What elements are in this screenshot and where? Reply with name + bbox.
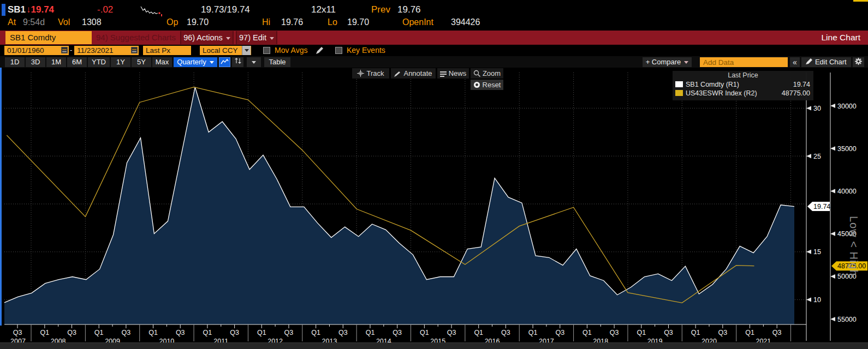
panel-left-edge [0, 68, 2, 326]
actions-menu-button[interactable]: 96) Actions [180, 31, 234, 44]
prev-label: Prev [371, 4, 390, 15]
chart-settings-bar: 01/01/1960 - 11/23/2021 Last Px Local CC… [0, 45, 868, 56]
hi-value: 19.76 [281, 17, 303, 27]
range-3d[interactable]: 3D [26, 57, 45, 67]
chevron-down-icon [252, 61, 256, 64]
range-ytd[interactable]: YTD [88, 57, 110, 67]
svg-text:Q3: Q3 [176, 329, 185, 336]
hi-label: Hi [262, 17, 270, 27]
annotate-button[interactable]: Annotate [391, 68, 436, 79]
svg-text:30: 30 [813, 105, 821, 112]
svg-text:2013: 2013 [322, 338, 337, 342]
svg-text:Q3: Q3 [122, 329, 131, 336]
collapse-panel-button[interactable]: « [790, 57, 800, 67]
table-button[interactable]: Table [264, 57, 290, 67]
edit-menu-button[interactable]: 97) Edit [236, 31, 277, 44]
key-events-checkbox[interactable] [335, 47, 342, 54]
range-1m[interactable]: 1M [46, 57, 66, 67]
svg-text:Q1: Q1 [691, 329, 700, 336]
lo-label: Lo [328, 17, 337, 27]
edit-chart-button[interactable]: Edit Chart [801, 57, 851, 67]
svg-text:Q3: Q3 [555, 329, 564, 336]
sort-arrows-icon [234, 57, 242, 64]
pencil-icon[interactable] [316, 47, 324, 55]
svg-text:Q3: Q3 [13, 329, 22, 336]
svg-text:2008: 2008 [51, 338, 66, 342]
range-1y[interactable]: 1Y [111, 57, 130, 67]
svg-text:Q3: Q3 [610, 329, 619, 336]
svg-text:Q1: Q1 [474, 329, 483, 336]
svg-text:2016: 2016 [485, 338, 500, 342]
svg-text:Q1: Q1 [311, 329, 320, 336]
function-bar: SB1 Comdty 94) Suggested Charts 96) Acti… [0, 31, 868, 45]
price-chart[interactable]: Q32007Q1Q32008Q1Q32009Q1Q32010Q1Q32011Q1… [0, 68, 868, 342]
last-price-down: ↓19.74 [26, 4, 54, 15]
panel-indicator [2, 4, 5, 16]
svg-text:40000: 40000 [837, 188, 857, 195]
calendar-icon[interactable] [61, 47, 68, 53]
news-button[interactable]: News [437, 68, 469, 79]
svg-text:Q3: Q3 [772, 329, 782, 336]
series-swatch [675, 90, 683, 96]
svg-text:2020: 2020 [701, 338, 717, 342]
chevron-down-icon [684, 61, 688, 64]
svg-text:19.74: 19.74 [813, 203, 830, 210]
range-bar: 1D 3D 1M 6M YTD 1Y 5Y Max Quarterly Tabl… [0, 56, 868, 68]
quote-bar: SB1 ↓19.74 -.02 19.73/19.74 12x11 Prev 1… [0, 0, 868, 31]
chart-area[interactable]: Q32007Q1Q32008Q1Q32009Q1Q32010Q1Q32011Q1… [0, 68, 868, 342]
price-field-selector[interactable]: Last Px [143, 46, 191, 55]
news-lines-icon [440, 71, 447, 77]
series-value: 19.74 [793, 80, 810, 89]
svg-text:2012: 2012 [267, 338, 283, 342]
svg-text:55000: 55000 [837, 316, 857, 323]
date-from-field[interactable]: 01/01/1960 [4, 46, 69, 55]
lot-size: 12x11 [311, 4, 336, 15]
ticker: SB1 [8, 4, 26, 15]
at-label: At [8, 17, 16, 27]
axis-sort-button[interactable] [232, 57, 243, 67]
vol-label: Vol [58, 17, 70, 27]
more-options-button[interactable] [247, 57, 261, 67]
svg-text:Q3: Q3 [718, 329, 727, 336]
line-chart-type-button[interactable] [219, 57, 230, 67]
line-chart-icon [221, 58, 229, 65]
legend-row-us43eswr[interactable]: US43ESWR Index (R2) 48775.00 [673, 89, 813, 98]
chart-settings-button[interactable] [853, 57, 864, 67]
svg-text:Q1: Q1 [203, 329, 212, 336]
add-data-input[interactable] [700, 57, 788, 67]
svg-text:Q3: Q3 [67, 329, 76, 336]
range-5y[interactable]: 5Y [132, 57, 151, 67]
svg-text:2007: 2007 [10, 338, 26, 342]
currency-selector[interactable]: Local CCY [200, 46, 251, 55]
svg-text:Q1: Q1 [148, 329, 158, 336]
range-max[interactable]: Max [152, 57, 172, 67]
security-field[interactable]: SB1 Comdty [5, 31, 92, 44]
chevron-down-icon [210, 61, 214, 64]
gear-icon [854, 57, 863, 65]
pencil-icon [806, 58, 813, 64]
chevron-down-icon[interactable] [242, 46, 251, 55]
legend-title: Last Price [673, 71, 813, 80]
svg-text:Q3: Q3 [393, 329, 402, 336]
range-1d[interactable]: 1D [5, 57, 25, 67]
zoom-button[interactable]: Zoom [471, 68, 503, 79]
date-to-field[interactable]: 11/23/2021 [74, 46, 139, 55]
date-range-separator: - [70, 46, 72, 54]
svg-text:Q3: Q3 [338, 329, 348, 336]
suggested-charts-button[interactable]: 94) Suggested Charts [96, 31, 176, 45]
track-button[interactable]: Track [352, 68, 389, 79]
compare-button[interactable]: + Compare [643, 57, 692, 67]
range-6m[interactable]: 6M [67, 57, 87, 67]
reset-button[interactable]: Reset [471, 80, 503, 90]
svg-text:2014: 2014 [376, 338, 391, 342]
sparkline-icon [140, 4, 167, 17]
svg-text:Q1: Q1 [94, 329, 104, 336]
lo-value: 19.70 [347, 17, 369, 27]
calendar-icon[interactable] [131, 47, 138, 53]
legend-row-sb1[interactable]: SB1 Comdty (R1) 19.74 [673, 80, 813, 89]
period-selector[interactable]: Quarterly [174, 57, 217, 67]
svg-text:Q3: Q3 [447, 329, 456, 336]
chevron-down-icon [270, 37, 274, 40]
key-events-label: Key Events [347, 45, 385, 56]
mov-avgs-checkbox[interactable] [263, 47, 270, 54]
